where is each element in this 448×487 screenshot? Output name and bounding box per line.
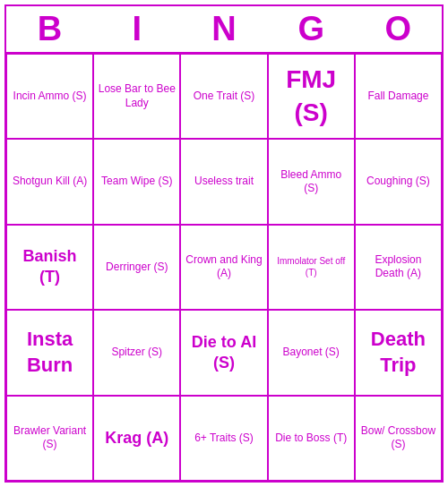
bingo-cell-15[interactable]: Insta Burn	[6, 310, 93, 395]
bingo-cell-21[interactable]: Krag (A)	[93, 396, 180, 481]
bingo-cell-5[interactable]: Shotgun Kill (A)	[6, 139, 93, 224]
bingo-card: B I N G O Incin Ammo (S)Lose Bar to Bee …	[4, 4, 444, 483]
header-letter-b: B	[6, 10, 93, 48]
bingo-cell-10[interactable]: Banish (T)	[6, 225, 93, 310]
bingo-cell-24[interactable]: Bow/ Crossbow (S)	[355, 396, 442, 481]
bingo-cell-8[interactable]: Bleed Ammo (S)	[268, 139, 355, 224]
bingo-cell-14[interactable]: Explosion Death (A)	[355, 225, 442, 310]
bingo-cell-12[interactable]: Crown and King (A)	[180, 225, 267, 310]
bingo-cell-2[interactable]: One Trait (S)	[180, 54, 267, 139]
bingo-cell-13[interactable]: Immolator Set off (T)	[268, 225, 355, 310]
bingo-cell-7[interactable]: Useless trait	[180, 139, 267, 224]
bingo-cell-3[interactable]: FMJ (S)	[268, 54, 355, 139]
bingo-cell-6[interactable]: Team Wipe (S)	[93, 139, 180, 224]
bingo-cell-1[interactable]: Lose Bar to Bee Lady	[93, 54, 180, 139]
bingo-cell-23[interactable]: Die to Boss (T)	[268, 396, 355, 481]
bingo-cell-19[interactable]: Death Trip	[355, 310, 442, 395]
bingo-cell-0[interactable]: Incin Ammo (S)	[6, 54, 93, 139]
bingo-cell-18[interactable]: Bayonet (S)	[268, 310, 355, 395]
bingo-cell-11[interactable]: Derringer (S)	[93, 225, 180, 310]
bingo-cell-9[interactable]: Coughing (S)	[355, 139, 442, 224]
bingo-header: B I N G O	[6, 6, 442, 52]
header-letter-n: N	[180, 10, 267, 48]
header-letter-g: G	[268, 10, 355, 48]
header-letter-o: O	[355, 10, 442, 48]
bingo-cell-17[interactable]: Die to AI (S)	[180, 310, 267, 395]
bingo-cell-22[interactable]: 6+ Traits (S)	[180, 396, 267, 481]
bingo-grid: Incin Ammo (S)Lose Bar to Bee LadyOne Tr…	[6, 52, 442, 481]
header-letter-i: I	[93, 10, 180, 48]
bingo-cell-16[interactable]: Spitzer (S)	[93, 310, 180, 395]
bingo-cell-20[interactable]: Brawler Variant (S)	[6, 396, 93, 481]
bingo-cell-4[interactable]: Fall Damage	[355, 54, 442, 139]
